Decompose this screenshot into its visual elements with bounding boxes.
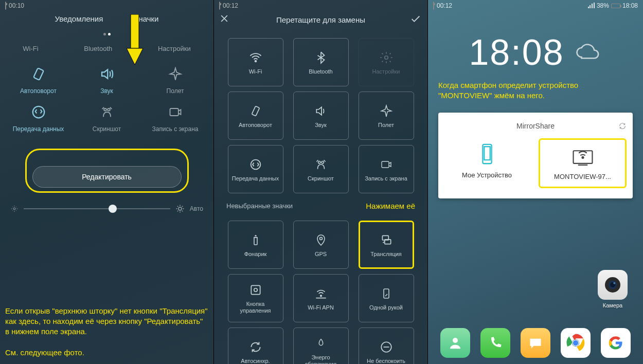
toggle-sound[interactable]: Звук [73, 66, 141, 95]
toggle-autorotate[interactable]: Автоповорот [4, 66, 73, 95]
toggle-label: Скриншот [93, 125, 121, 133]
dock-phone[interactable] [480, 328, 510, 358]
close-icon[interactable] [219, 13, 231, 26]
sound-icon [313, 103, 329, 119]
tab-notifications[interactable]: Уведомления [55, 14, 103, 23]
toggle-box-airplane[interactable]: Полет [359, 92, 414, 140]
device-montoview[interactable]: MONTOVIEW-97... [539, 138, 627, 188]
toggle-box-screenshot[interactable]: Скриншот [293, 145, 349, 193]
toggle-box-settings[interactable]: Настройки [359, 38, 414, 86]
page-indicator [0, 28, 213, 40]
toggle-screenrec[interactable]: Запись с экрана [141, 104, 209, 133]
panel-edit-toggles: 00:12 Перетащите для замены Wi-FiBluetoo… [214, 0, 428, 364]
toggle-box-label: Одной рукой [367, 304, 405, 311]
toggle-label: Передача данных [13, 125, 64, 133]
status-clock: 18:08 [622, 2, 638, 9]
clock-row: 18:08 [428, 11, 643, 78]
autorotate-icon [30, 66, 47, 82]
arrow-annotation [126, 14, 144, 66]
toggle-box-label: Трансляция [368, 251, 404, 258]
status-time: 00:12 [437, 2, 452, 9]
toggle-airplane[interactable]: Полет [141, 66, 209, 95]
toggle-box-wifi[interactable]: Wi-Fi [228, 38, 283, 86]
toggle-box-screenrec[interactable]: Запись с экрана [359, 145, 414, 193]
toggle-box-dnd[interactable]: Не беспокоить [359, 327, 414, 364]
battery-icon [433, 2, 434, 9]
status-time: 00:12 [223, 2, 238, 9]
toggle-box-cast[interactable]: Трансляция [359, 221, 414, 269]
confirm-icon[interactable] [410, 13, 422, 26]
toggle-box-bt[interactable]: Bluetooth [293, 38, 349, 86]
svg-point-8 [255, 60, 256, 62]
row-1-labels: Wi-Fi Bluetooth Настройки [0, 40, 213, 60]
status-bar: 00:12 38% 18:08 [428, 0, 643, 11]
toggle-screenshot[interactable]: Скриншот [73, 104, 141, 133]
toggle-box-label: Полет [376, 122, 396, 129]
battery-icon [219, 2, 220, 9]
sound-icon [99, 66, 115, 82]
svg-rect-14 [382, 161, 389, 168]
panel-lockscreen: 00:12 38% 18:08 18:08 Когда смартфон опр… [428, 0, 643, 364]
status-bar: 00:10 [0, 0, 213, 11]
edit-header: Перетащите для замены [214, 11, 427, 30]
airplane-icon [167, 66, 184, 82]
app-label: Камера [603, 302, 622, 308]
svg-rect-0 [33, 68, 44, 80]
toggle-data[interactable]: Передача данных [4, 104, 73, 133]
toggle-box-label: Автоповорот [237, 122, 274, 129]
device-self[interactable]: Мое Устройство [444, 138, 529, 188]
svg-point-32 [453, 338, 458, 343]
toggle-box-gps[interactable]: GPS [293, 221, 349, 269]
autosync-icon [248, 339, 263, 355]
toggle-box-data[interactable]: Передача данных [228, 145, 283, 193]
svg-point-13 [322, 161, 324, 163]
toggle-box-onehand[interactable]: Одной рукой [359, 274, 414, 322]
screenrec-icon [167, 104, 184, 120]
toggle-box-label: Wi-Fi [247, 68, 264, 75]
reload-icon[interactable] [618, 122, 627, 130]
toggle-box-label: Автосинхр. [239, 358, 272, 364]
svg-point-16 [319, 237, 322, 240]
toggle-grid: Автоповорот Звук Полет Передача данных С… [0, 60, 213, 139]
dock-contacts[interactable] [440, 328, 470, 358]
mirrorshare-card: MirrorShare Мое Устройство MONTOVIEW-97.… [438, 113, 633, 198]
panel-quick-settings: 00:10 Уведомления Значки Wi-Fi Bluetooth… [0, 0, 214, 364]
toggle-label: Автоповорот [20, 87, 57, 95]
label-settings[interactable]: Настройки [158, 45, 191, 52]
label-bluetooth[interactable]: Bluetooth [84, 45, 112, 52]
brightness-row: Авто [0, 193, 213, 220]
toggle-label: Запись с экрана [152, 125, 198, 133]
dock-messages[interactable] [521, 328, 550, 358]
toggle-box-wifiapn[interactable]: Wi-Fi APN [293, 274, 349, 322]
toggle-box-autosync[interactable]: Автосинхр. [228, 327, 283, 364]
app-camera[interactable]: Камера [595, 270, 631, 308]
svg-rect-19 [251, 286, 260, 295]
toggle-box-sound[interactable]: Звук [293, 92, 349, 140]
cast-icon [379, 232, 394, 248]
toggle-box-autorotate[interactable]: Автоповорот [228, 92, 283, 140]
dock-google[interactable] [601, 328, 631, 358]
dock-chrome[interactable] [561, 328, 591, 358]
edit-button[interactable]: Редактировать [32, 166, 182, 188]
svg-rect-25 [484, 147, 490, 160]
toggle-box-label: Bluetooth [307, 68, 334, 75]
toggle-box-knob[interactable]: Кнопка управления [228, 274, 283, 322]
data-icon [30, 104, 47, 120]
label-wifi[interactable]: Wi-Fi [23, 45, 38, 52]
device-label: Мое Устройство [462, 171, 512, 179]
brightness-auto-label[interactable]: Авто [190, 205, 203, 212]
toggle-box-energy[interactable]: Энерго сбережение [293, 327, 349, 364]
gps-icon [313, 232, 329, 248]
brightness-slider[interactable] [24, 208, 170, 209]
toggle-box-label: Энерго сбережение [294, 354, 348, 364]
edit-title: Перетащите для замены [237, 15, 405, 24]
screenrec-icon [379, 157, 394, 172]
svg-point-38 [573, 340, 578, 345]
autorotate-icon [248, 103, 263, 119]
lockscreen-clock: 18:08 [469, 32, 564, 73]
toggle-box-torch[interactable]: Фонарик [228, 221, 283, 269]
svg-rect-15 [254, 238, 257, 245]
svg-point-20 [254, 288, 257, 292]
toggle-box-label: Запись с экрана [363, 175, 409, 182]
toggle-box-label: Не беспокоить [365, 358, 407, 364]
